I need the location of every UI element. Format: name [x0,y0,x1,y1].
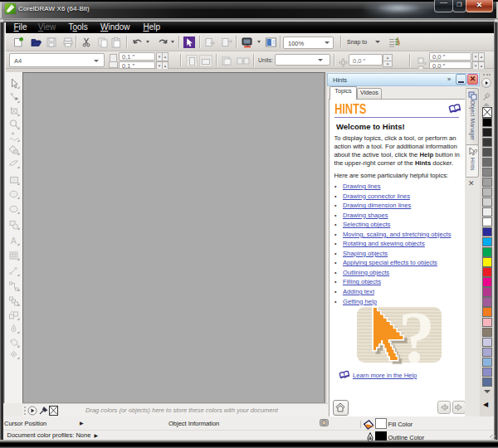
svg-text:?: ? [474,148,478,155]
svg-text:A: A [11,236,17,246]
